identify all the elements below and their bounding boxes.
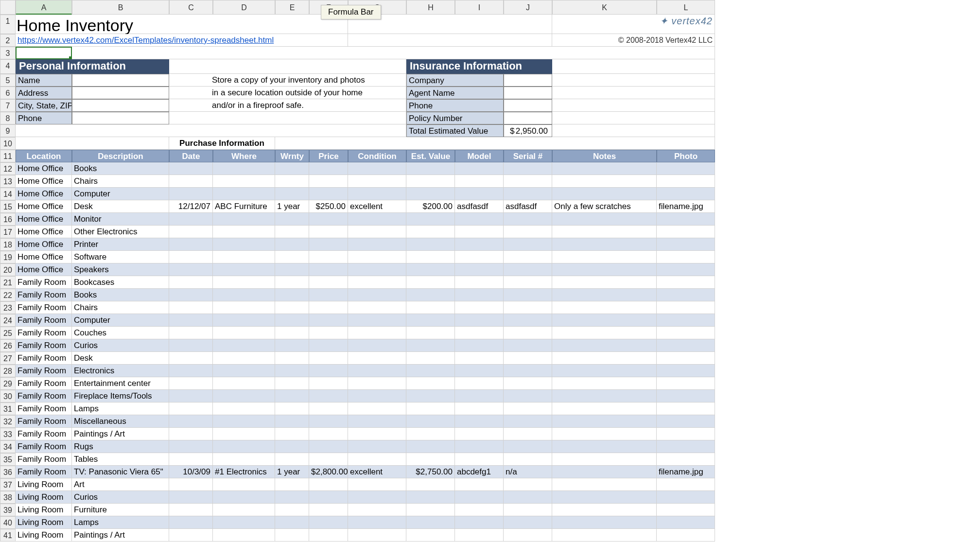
row-header-41[interactable]: 41 [0, 529, 16, 542]
table-cell[interactable] [455, 327, 504, 339]
table-cell[interactable] [455, 251, 504, 263]
selected-cell-a3[interactable] [16, 47, 72, 59]
table-cell[interactable]: Printer [72, 238, 169, 251]
table-cell[interactable] [275, 188, 309, 200]
table-cell[interactable]: Family Room [16, 301, 72, 314]
table-cell[interactable] [213, 516, 275, 529]
table-cell[interactable]: Home Office [16, 251, 72, 263]
table-cell[interactable]: Family Room [16, 440, 72, 453]
table-cell[interactable] [275, 213, 309, 226]
row-header-7[interactable]: 7 [0, 99, 16, 112]
th-serial[interactable]: Serial # [504, 150, 552, 162]
row-header-20[interactable]: 20 [0, 263, 16, 276]
table-cell[interactable] [275, 491, 309, 504]
table-cell[interactable] [406, 213, 455, 226]
table-cell[interactable] [657, 365, 715, 377]
table-cell[interactable] [348, 327, 406, 339]
table-cell[interactable] [406, 188, 455, 200]
table-cell[interactable]: Family Room [16, 365, 72, 377]
table-cell[interactable] [169, 226, 213, 238]
table-cell[interactable]: Furniture [72, 504, 169, 516]
table-cell[interactable] [309, 516, 348, 529]
table-cell[interactable] [275, 238, 309, 251]
table-cell[interactable] [169, 314, 213, 327]
table-cell[interactable] [275, 365, 309, 377]
table-cell[interactable] [552, 188, 657, 200]
table-cell[interactable] [348, 251, 406, 263]
table-cell[interactable]: Family Room [16, 276, 72, 289]
row-header-17[interactable]: 17 [0, 226, 16, 238]
table-cell[interactable] [169, 365, 213, 377]
table-cell[interactable] [552, 276, 657, 289]
row-header-13[interactable]: 13 [0, 175, 16, 188]
table-cell[interactable] [309, 365, 348, 377]
row-header-6[interactable]: 6 [0, 87, 16, 99]
table-cell[interactable] [455, 453, 504, 466]
input-company[interactable] [504, 74, 552, 87]
table-cell[interactable] [213, 175, 275, 188]
table-cell[interactable] [406, 402, 455, 415]
table-cell[interactable]: Family Room [16, 352, 72, 365]
table-cell[interactable] [657, 263, 715, 276]
th-location[interactable]: Location [16, 150, 72, 162]
th-model[interactable]: Model [455, 150, 504, 162]
table-cell[interactable] [309, 327, 348, 339]
table-cell[interactable] [504, 504, 552, 516]
table-cell[interactable]: Living Room [16, 478, 72, 491]
table-cell[interactable]: Computer [72, 188, 169, 200]
table-cell[interactable] [406, 301, 455, 314]
table-cell[interactable] [169, 289, 213, 301]
table-cell[interactable] [504, 339, 552, 352]
table-cell[interactable]: Home Office [16, 263, 72, 276]
table-cell[interactable]: excellent [348, 200, 406, 213]
table-cell[interactable]: 1 year [275, 200, 309, 213]
table-cell[interactable] [275, 327, 309, 339]
table-cell[interactable]: Software [72, 251, 169, 263]
table-cell[interactable] [348, 238, 406, 251]
table-cell[interactable] [309, 491, 348, 504]
table-cell[interactable] [309, 263, 348, 276]
table-cell[interactable] [657, 352, 715, 365]
table-cell[interactable]: Books [72, 289, 169, 301]
table-cell[interactable] [657, 226, 715, 238]
table-cell[interactable] [504, 440, 552, 453]
table-cell[interactable]: Living Room [16, 516, 72, 529]
table-cell[interactable] [275, 504, 309, 516]
table-cell[interactable]: ABC Furniture [213, 200, 275, 213]
table-cell[interactable] [213, 339, 275, 352]
table-cell[interactable] [169, 491, 213, 504]
table-cell[interactable] [169, 301, 213, 314]
table-cell[interactable] [657, 529, 715, 542]
table-cell[interactable] [275, 162, 309, 175]
table-cell[interactable] [657, 491, 715, 504]
table-cell[interactable] [455, 213, 504, 226]
table-cell[interactable] [348, 516, 406, 529]
row-header-39[interactable]: 39 [0, 504, 16, 516]
table-cell[interactable] [213, 213, 275, 226]
table-cell[interactable]: Desk [72, 200, 169, 213]
table-cell[interactable] [455, 314, 504, 327]
row-header-33[interactable]: 33 [0, 428, 16, 440]
table-cell[interactable] [275, 263, 309, 276]
table-cell[interactable] [309, 390, 348, 402]
table-cell[interactable] [348, 478, 406, 491]
table-cell[interactable] [169, 251, 213, 263]
table-cell[interactable]: Family Room [16, 377, 72, 390]
table-cell[interactable] [406, 491, 455, 504]
table-cell[interactable] [309, 402, 348, 415]
table-cell[interactable] [657, 453, 715, 466]
table-cell[interactable] [169, 339, 213, 352]
table-cell[interactable]: Family Room [16, 327, 72, 339]
table-cell[interactable] [406, 529, 455, 542]
table-cell[interactable] [275, 352, 309, 365]
table-cell[interactable] [275, 516, 309, 529]
row-header-10[interactable]: 10 [0, 137, 16, 150]
table-cell[interactable] [552, 466, 657, 478]
table-cell[interactable] [552, 516, 657, 529]
table-cell[interactable] [552, 415, 657, 428]
table-cell[interactable] [504, 301, 552, 314]
table-cell[interactable] [213, 377, 275, 390]
table-cell[interactable] [455, 238, 504, 251]
table-cell[interactable] [406, 365, 455, 377]
table-cell[interactable] [348, 529, 406, 542]
